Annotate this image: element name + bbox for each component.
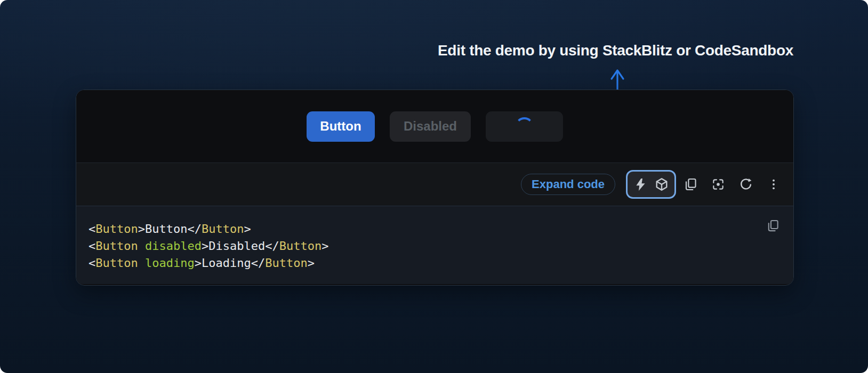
- code-token: Button: [265, 256, 307, 270]
- code-token: loading: [145, 256, 195, 270]
- code-token: disabled: [145, 239, 202, 253]
- code-token: [138, 239, 145, 253]
- code-token: <: [89, 222, 95, 236]
- code-token: >: [308, 256, 315, 270]
- code-line: <Button loading>Loading</Button>: [89, 255, 793, 272]
- code-lines: <Button>Button</Button><Button disabled>…: [89, 221, 793, 272]
- code-token: >Loading</: [195, 256, 265, 270]
- code-token: >: [322, 239, 328, 253]
- code-line: <Button>Button</Button>: [89, 221, 793, 238]
- code-token: >: [244, 222, 251, 236]
- annotation-title: Edit the demo by using StackBlitz or Cod…: [438, 42, 793, 59]
- copy-icon: [766, 219, 779, 232]
- demo-toolbar: Expand code: [76, 163, 793, 206]
- demo-button-loading[interactable]: [486, 111, 563, 142]
- expand-code-button[interactable]: Expand code: [521, 174, 615, 195]
- code-token: <: [89, 239, 95, 253]
- refresh-icon: [739, 177, 753, 191]
- refresh-demo-button[interactable]: [739, 173, 753, 196]
- standalone-demo-button[interactable]: [711, 173, 725, 196]
- codesandbox-cube-icon: [655, 177, 669, 191]
- code-token: <: [89, 256, 95, 270]
- code-token: Button: [202, 222, 244, 236]
- stackblitz-lightning-icon: [634, 178, 647, 191]
- demo-stage: Button Disabled: [76, 90, 793, 163]
- demo-button-disabled[interactable]: Disabled: [390, 111, 471, 142]
- kebab-menu-icon: [767, 177, 781, 191]
- copy-icon: [684, 177, 697, 191]
- more-actions-button[interactable]: [767, 173, 781, 196]
- code-token: Button: [95, 256, 138, 270]
- copy-demo-button[interactable]: [684, 173, 697, 196]
- code-token: Button: [279, 239, 322, 253]
- code-token: [138, 256, 145, 270]
- edit-online-group: [626, 170, 676, 199]
- center-focus-icon: [711, 177, 725, 191]
- code-token: >Disabled</: [202, 239, 279, 253]
- code-token: Button: [95, 222, 138, 236]
- screen: Edit the demo by using StackBlitz or Cod…: [0, 0, 868, 373]
- codesandbox-button[interactable]: [651, 173, 672, 196]
- code-token: >Button</: [138, 222, 202, 236]
- copy-code-button[interactable]: [766, 219, 779, 234]
- code-token: Button: [95, 239, 138, 253]
- demo-card: Button Disabled Expand code: [76, 90, 794, 286]
- stackblitz-button[interactable]: [630, 173, 651, 196]
- code-block: <Button>Button</Button><Button disabled>…: [76, 206, 793, 284]
- loading-spinner-icon: [515, 117, 534, 136]
- code-line: <Button disabled>Disabled</Button>: [89, 238, 793, 255]
- demo-button-primary[interactable]: Button: [307, 111, 375, 142]
- arrow-head-icon: [612, 70, 623, 79]
